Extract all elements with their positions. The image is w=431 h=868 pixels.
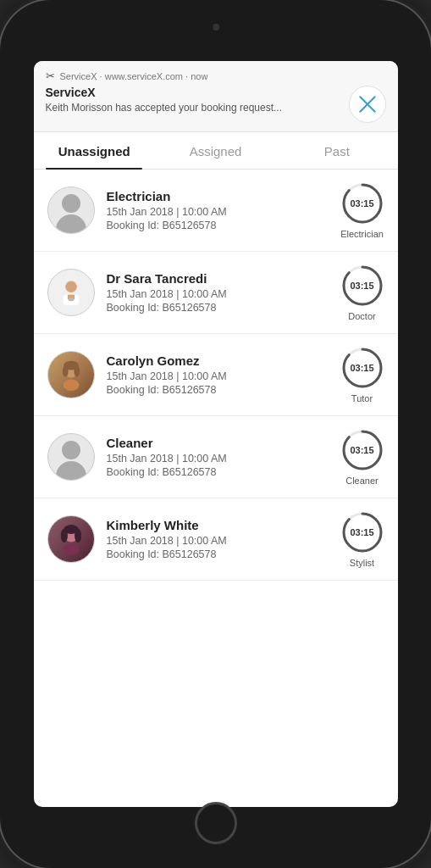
notification-content: ServiceX Keith Morisson has accepted you… <box>46 86 386 123</box>
svg-point-22 <box>75 529 81 542</box>
phone-frame: ✂ ServiceX · www.serviceX.com · now Serv… <box>0 0 431 868</box>
booking-name: Cleaner <box>107 436 329 450</box>
svg-point-12 <box>62 365 68 377</box>
avatar <box>47 515 95 563</box>
table-row[interactable]: Kimberly White 15th Jan 2018 | 10:00 AM … <box>34 498 398 581</box>
front-camera <box>213 24 219 31</box>
avatar <box>47 269 95 316</box>
timer-wrap: 03:15 Doctor <box>340 264 384 321</box>
notification-title: ServiceX <box>46 86 340 99</box>
booking-info: Electrician 15th Jan 2018 | 10:00 AM Boo… <box>107 189 329 231</box>
home-button[interactable] <box>195 802 237 844</box>
table-row[interactable]: Cleaner 15th Jan 2018 | 10:00 AM Booking… <box>34 416 398 498</box>
booking-info: Carolyn Gomez 15th Jan 2018 | 10:00 AM B… <box>107 353 329 396</box>
bookings-list: Electrician 15th Jan 2018 | 10:00 AM Boo… <box>34 170 398 807</box>
servicex-logo-icon <box>356 93 379 115</box>
booking-date: 15th Jan 2018 | 10:00 AM <box>107 370 329 382</box>
tab-assigned[interactable]: Assigned <box>155 132 276 169</box>
svg-point-23 <box>63 543 79 555</box>
booking-info: Kimberly White 15th Jan 2018 | 10:00 AM … <box>107 518 329 560</box>
table-row[interactable]: Dr Sara Tancredi 15th Jan 2018 | 10:00 A… <box>34 252 398 334</box>
timer-value: 03:15 <box>350 198 373 209</box>
timer-wrap: 03:15 Tutor <box>340 346 384 403</box>
svg-point-13 <box>74 365 80 377</box>
booking-name: Kimberly White <box>107 518 329 532</box>
notification-source: ServiceX · www.serviceX.com · now <box>60 71 208 81</box>
electrician-avatar-icon <box>48 187 94 233</box>
booking-date: 15th Jan 2018 | 10:00 AM <box>107 535 329 547</box>
timer-value: 03:15 <box>350 281 373 291</box>
timer-wrap: 03:15 Electrician <box>340 181 384 239</box>
booking-name: Dr Sara Tancredi <box>107 271 329 286</box>
kimberly-avatar-icon <box>55 523 87 555</box>
svg-point-14 <box>63 379 79 391</box>
booking-id: Booking Id: B65126578 <box>107 548 329 560</box>
timer-wrap: 03:15 Stylist <box>340 510 384 568</box>
tab-unassigned[interactable]: Unassigned <box>34 132 155 169</box>
svg-point-7 <box>68 298 74 301</box>
phone-screen: ✂ ServiceX · www.serviceX.com · now Serv… <box>34 61 398 807</box>
timer-label: Doctor <box>348 311 375 321</box>
booking-info: Dr Sara Tancredi 15th Jan 2018 | 10:00 A… <box>107 271 329 314</box>
timer-label: Electrician <box>340 229 384 239</box>
booking-id: Booking Id: B65126578 <box>107 466 329 478</box>
timer-label: Tutor <box>351 393 373 403</box>
timer-circle: 03:15 <box>340 181 384 225</box>
timer-label: Stylist <box>350 558 374 568</box>
table-row[interactable]: Carolyn Gomez 15th Jan 2018 | 10:00 AM B… <box>34 334 398 416</box>
svg-point-21 <box>60 529 67 542</box>
notification-texts: ServiceX Keith Morisson has accepted you… <box>46 86 340 115</box>
avatar <box>47 433 95 481</box>
avatar <box>47 186 95 234</box>
booking-date: 15th Jan 2018 | 10:00 AM <box>107 206 329 218</box>
svg-point-4 <box>65 281 77 292</box>
booking-info: Cleaner 15th Jan 2018 | 10:00 AM Booking… <box>107 436 329 478</box>
notification-logo <box>349 86 386 123</box>
timer-circle: 03:15 <box>340 346 384 390</box>
tabs-bar: Unassigned Assigned Past <box>34 132 398 170</box>
notification-body: Keith Morisson has accepted your booking… <box>46 101 340 115</box>
tab-past[interactable]: Past <box>276 132 397 169</box>
cleaner-avatar-icon <box>48 434 94 480</box>
timer-wrap: 03:15 Cleaner <box>340 428 384 486</box>
avatar <box>47 351 95 398</box>
doctor-avatar-icon <box>55 276 87 309</box>
booking-name: Carolyn Gomez <box>107 353 329 368</box>
booking-id: Booking Id: B65126578 <box>107 220 329 231</box>
scissors-icon: ✂ <box>46 70 55 82</box>
timer-value: 03:15 <box>350 363 373 373</box>
booking-date: 15th Jan 2018 | 10:00 AM <box>107 288 329 300</box>
notification-banner[interactable]: ✂ ServiceX · www.serviceX.com · now Serv… <box>34 61 398 132</box>
timer-label: Cleaner <box>345 476 379 486</box>
booking-id: Booking Id: B65126578 <box>107 302 329 314</box>
table-row[interactable]: Electrician 15th Jan 2018 | 10:00 AM Boo… <box>34 170 398 252</box>
timer-value: 03:15 <box>350 445 373 455</box>
timer-circle: 03:15 <box>340 510 384 554</box>
notification-meta: ✂ ServiceX · www.serviceX.com · now <box>46 70 386 82</box>
booking-name: Electrician <box>107 189 329 203</box>
timer-value: 03:15 <box>350 527 373 537</box>
timer-circle: 03:15 <box>340 264 384 308</box>
timer-circle: 03:15 <box>340 428 384 472</box>
booking-date: 15th Jan 2018 | 10:00 AM <box>107 453 329 465</box>
booking-id: Booking Id: B65126578 <box>107 384 329 396</box>
carolyn-avatar-icon <box>55 359 87 391</box>
